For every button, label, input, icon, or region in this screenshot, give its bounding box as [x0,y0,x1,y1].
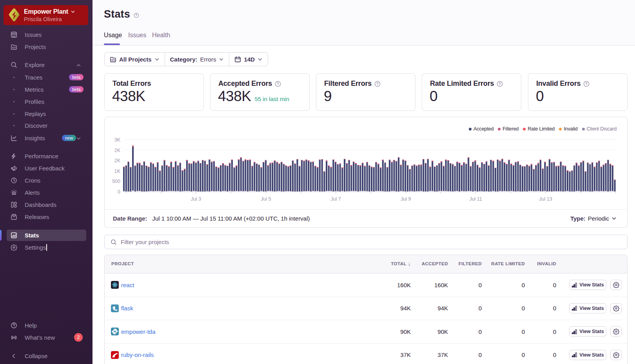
svg-text:500: 500 [112,179,120,184]
svg-text:Jul 9: Jul 9 [401,196,411,202]
svg-text:Jul 3: Jul 3 [191,196,201,202]
svg-text:Jul 13: Jul 13 [539,196,552,202]
svg-text:2K: 2K [114,158,121,163]
svg-text:Jul 11: Jul 11 [469,196,482,202]
svg-text:2K: 2K [114,148,121,153]
svg-text:Jul 7: Jul 7 [331,196,341,202]
svg-text:1K: 1K [114,168,121,174]
svg-text:Jul 5: Jul 5 [261,196,271,202]
svg-text:3K: 3K [114,137,121,143]
svg-text:0: 0 [118,189,120,195]
